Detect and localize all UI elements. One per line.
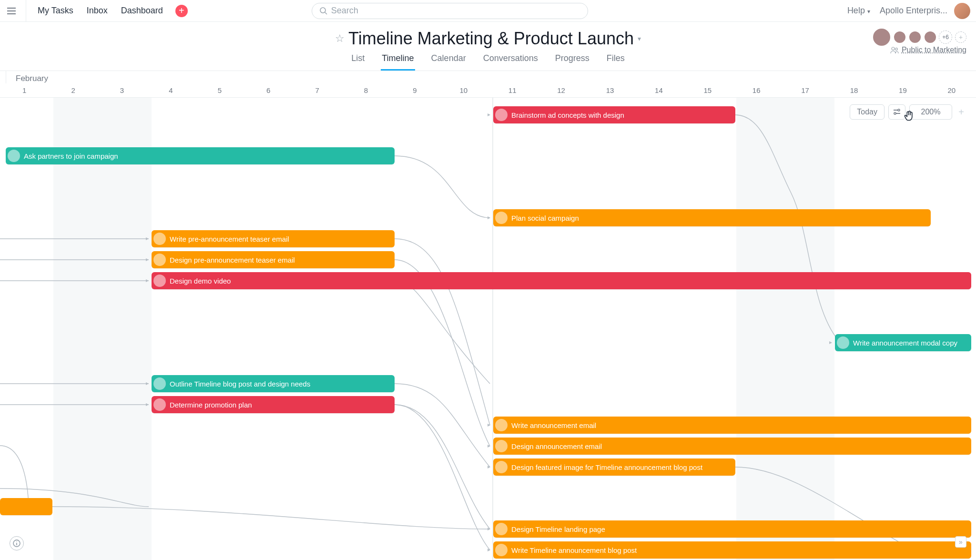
timeline-ruler: 1234567891011121314151617181920 bbox=[0, 83, 976, 98]
timeline-day: 20 bbox=[947, 86, 956, 94]
assignee-avatar bbox=[495, 523, 508, 535]
task-bar[interactable]: Outline Timeline blog post and design ne… bbox=[152, 375, 395, 392]
project-share[interactable]: Public to Marketing bbox=[890, 46, 966, 54]
timeline-day: 16 bbox=[752, 86, 761, 94]
task-label: Outline Timeline blog post and design ne… bbox=[170, 380, 310, 388]
task-label: Plan social campaign bbox=[511, 214, 579, 222]
help-bubble[interactable] bbox=[10, 536, 24, 550]
help-menu[interactable]: Help ▾ bbox=[847, 6, 870, 16]
svg-line-4 bbox=[325, 12, 327, 14]
task-label: Design Timeline landing page bbox=[511, 525, 605, 533]
tab-timeline[interactable]: Timeline bbox=[381, 50, 415, 71]
svg-point-13 bbox=[16, 541, 17, 542]
dependency-arrow-icon: ▸ bbox=[829, 339, 832, 346]
workspace-switcher[interactable]: Apollo Enterpris... bbox=[880, 6, 947, 16]
timeline-day: 12 bbox=[557, 86, 565, 94]
divider bbox=[26, 0, 26, 22]
timeline-day: 4 bbox=[169, 86, 173, 94]
weekend-band bbox=[736, 98, 834, 560]
task-bar[interactable]: Brainstorm ad concepts with design bbox=[493, 106, 735, 123]
people-icon bbox=[890, 46, 899, 54]
star-icon[interactable]: ☆ bbox=[335, 32, 345, 45]
tab-progress[interactable]: Progress bbox=[554, 50, 590, 71]
member-avatar[interactable] bbox=[872, 28, 891, 47]
task-label: Write pre-announcement teaser email bbox=[170, 235, 289, 243]
timeline-day: 19 bbox=[899, 86, 907, 94]
member-avatar[interactable] bbox=[908, 31, 922, 44]
task-bar[interactable]: Write announcement email bbox=[493, 417, 971, 434]
tab-calendar[interactable]: Calendar bbox=[430, 50, 467, 71]
task-bar[interactable]: Design demo video bbox=[152, 272, 971, 289]
zoom-level[interactable]: 200% bbox=[909, 104, 952, 120]
timeline-day: 8 bbox=[364, 86, 368, 94]
timeline-day: 17 bbox=[801, 86, 809, 94]
project-title[interactable]: Timeline Marketing & Product Launch bbox=[348, 29, 634, 49]
nav-my-tasks[interactable]: My Tasks bbox=[31, 6, 80, 16]
avatar[interactable] bbox=[954, 3, 970, 19]
today-button[interactable]: Today bbox=[850, 104, 884, 120]
timeline-day: 9 bbox=[413, 86, 417, 94]
task-bar[interactable]: Design Timeline landing page bbox=[493, 520, 971, 538]
dependency-arrow-icon: ▸ bbox=[146, 380, 149, 387]
global-add-button[interactable]: + bbox=[175, 5, 188, 17]
svg-point-6 bbox=[895, 48, 898, 51]
timeline-controls: Today 200% + bbox=[850, 104, 966, 120]
timeline-day: 18 bbox=[850, 86, 858, 94]
assignee-avatar bbox=[153, 254, 166, 266]
task-bar[interactable]: Determine promotion plan bbox=[152, 396, 395, 413]
task-bar[interactable] bbox=[0, 498, 52, 515]
tab-list[interactable]: List bbox=[350, 50, 366, 71]
svg-point-10 bbox=[894, 112, 896, 114]
dependency-arrow-icon: ▸ bbox=[488, 214, 490, 221]
svg-point-5 bbox=[892, 47, 895, 50]
task-bar[interactable]: Design announcement email bbox=[493, 438, 971, 455]
weekend-band bbox=[492, 98, 493, 560]
task-label: Design pre-announcement teaser email bbox=[170, 256, 295, 264]
assignee-avatar bbox=[153, 275, 166, 287]
assignee-avatar bbox=[837, 336, 849, 349]
nav-dashboard[interactable]: Dashboard bbox=[114, 6, 170, 16]
tab-files[interactable]: Files bbox=[606, 50, 626, 71]
task-label: Write Timeline announcement blog post bbox=[511, 546, 637, 554]
assignee-avatar bbox=[495, 461, 508, 473]
timeline-day: 14 bbox=[655, 86, 663, 94]
dependency-arrow-icon: ▸ bbox=[488, 525, 490, 532]
task-bar[interactable]: Design featured image for Timeline annou… bbox=[493, 458, 735, 476]
svg-rect-1 bbox=[7, 10, 16, 11]
task-bar[interactable]: Ask partners to join campaign bbox=[6, 147, 395, 164]
zoom-in-button[interactable]: + bbox=[956, 107, 966, 118]
filter-button[interactable] bbox=[888, 104, 905, 120]
task-bar[interactable]: Design pre-announcement teaser email bbox=[152, 251, 395, 268]
info-icon bbox=[13, 540, 20, 547]
project-tabs: List Timeline Calendar Conversations Pro… bbox=[0, 50, 976, 71]
menu-icon[interactable] bbox=[6, 5, 17, 17]
chevron-down-icon[interactable]: ▾ bbox=[638, 35, 641, 42]
add-member-button[interactable]: + bbox=[955, 31, 966, 43]
timeline-canvas[interactable]: Today 200% + Brainstorm ad concepts with… bbox=[0, 98, 976, 560]
assignee-avatar bbox=[495, 212, 508, 224]
member-avatar[interactable] bbox=[924, 31, 937, 44]
tab-conversations[interactable]: Conversations bbox=[482, 50, 539, 71]
collapse-button[interactable]: » bbox=[955, 536, 966, 548]
weekend-band bbox=[53, 98, 152, 560]
task-label: Determine promotion plan bbox=[170, 401, 252, 409]
assignee-avatar bbox=[153, 377, 166, 390]
member-avatar[interactable] bbox=[893, 31, 906, 44]
task-bar[interactable]: Write Timeline announcement blog post bbox=[493, 541, 971, 559]
timeline-day: 7 bbox=[315, 86, 319, 94]
timeline-day: 15 bbox=[703, 86, 712, 94]
timeline-day: 3 bbox=[120, 86, 124, 94]
topbar: My Tasks Inbox Dashboard + Search Help ▾… bbox=[0, 0, 976, 22]
timeline-day: 2 bbox=[71, 86, 75, 94]
svg-point-8 bbox=[898, 109, 900, 111]
nav-inbox[interactable]: Inbox bbox=[80, 6, 114, 16]
project-members: +6 + bbox=[870, 28, 966, 47]
task-bar[interactable]: Write pre-announcement teaser email bbox=[152, 230, 395, 247]
filter-icon bbox=[893, 109, 901, 115]
assignee-avatar bbox=[8, 150, 20, 162]
members-more[interactable]: +6 bbox=[939, 31, 952, 44]
task-bar[interactable]: Write announcement modal copy bbox=[835, 334, 971, 351]
search-input[interactable]: Search bbox=[312, 3, 588, 19]
task-bar[interactable]: Plan social campaign bbox=[493, 209, 931, 226]
task-label: Write announcement modal copy bbox=[853, 339, 957, 347]
